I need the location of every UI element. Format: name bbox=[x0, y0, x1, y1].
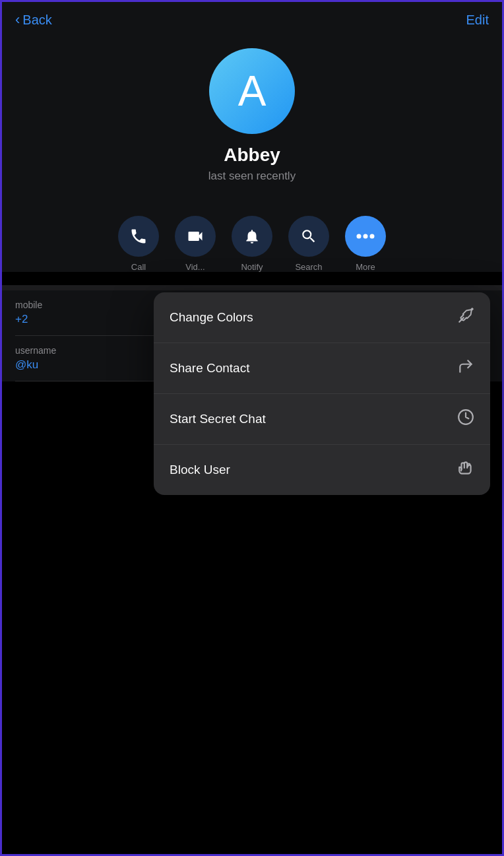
action-search[interactable]: Search bbox=[288, 216, 329, 272]
action-video[interactable]: Vid... bbox=[175, 216, 216, 272]
search-circle bbox=[288, 216, 329, 257]
start-secret-chat-icon bbox=[457, 409, 474, 430]
video-circle bbox=[175, 216, 216, 257]
action-call[interactable]: Call bbox=[118, 216, 159, 272]
call-circle bbox=[118, 216, 159, 257]
back-chevron-icon: ‹ bbox=[15, 11, 20, 28]
back-label: Back bbox=[22, 13, 51, 28]
avatar-letter: A bbox=[238, 67, 267, 115]
block-user-icon bbox=[457, 459, 474, 480]
profile-section: A Abbey last seen recently bbox=[2, 35, 502, 203]
share-contact-label: Share Contact bbox=[170, 361, 249, 376]
notify-label: Notify bbox=[241, 262, 263, 272]
start-secret-chat-item[interactable]: Start Secret Chat bbox=[154, 394, 490, 445]
profile-name: Abbey bbox=[224, 145, 280, 166]
top-nav: ‹ Back Edit bbox=[2, 2, 502, 35]
dropdown-menu: Change Colors Share Contact Start Secret… bbox=[154, 292, 490, 495]
svg-point-2 bbox=[370, 234, 375, 239]
share-contact-item[interactable]: Share Contact bbox=[154, 343, 490, 394]
svg-point-0 bbox=[357, 234, 362, 239]
back-button[interactable]: ‹ Back bbox=[15, 11, 52, 28]
notify-circle bbox=[232, 216, 272, 257]
bottom-area bbox=[2, 531, 502, 854]
section-divider bbox=[2, 285, 502, 290]
edit-button[interactable]: Edit bbox=[466, 13, 489, 28]
more-label: More bbox=[356, 262, 375, 272]
search-label: Search bbox=[295, 262, 322, 272]
change-colors-icon bbox=[457, 307, 474, 328]
block-user-label: Block User bbox=[170, 463, 230, 477]
change-colors-label: Change Colors bbox=[170, 310, 253, 325]
call-label: Call bbox=[131, 262, 146, 272]
profile-status: last seen recently bbox=[208, 170, 296, 183]
block-user-item[interactable]: Block User bbox=[154, 445, 490, 495]
action-more[interactable]: More bbox=[345, 216, 386, 272]
action-row: Call Vid... Notify S bbox=[2, 203, 502, 272]
action-notify[interactable]: Notify bbox=[232, 216, 272, 272]
app-container: ‹ Back Edit A Abbey last seen recently C… bbox=[0, 0, 504, 856]
start-secret-chat-label: Start Secret Chat bbox=[170, 412, 266, 426]
change-colors-item[interactable]: Change Colors bbox=[154, 292, 490, 343]
more-circle bbox=[345, 216, 386, 257]
svg-point-1 bbox=[363, 234, 368, 239]
share-contact-icon bbox=[457, 358, 474, 379]
video-label: Vid... bbox=[185, 262, 205, 272]
avatar: A bbox=[209, 48, 295, 134]
